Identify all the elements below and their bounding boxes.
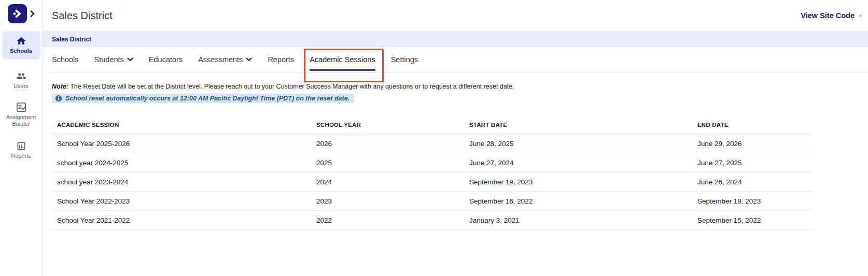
cell-school-year: 2024 — [311, 172, 464, 192]
annotation-box-red — [304, 49, 384, 82]
tab-settings[interactable]: Settings — [391, 47, 418, 72]
breadcrumb: Sales District — [43, 31, 868, 47]
tab-reports[interactable]: Reports — [268, 47, 294, 72]
active-tab-underline — [310, 69, 375, 71]
cell-start-date: September 16, 2022 — [464, 192, 692, 211]
table-row[interactable]: School Year 2021-2022 2022 January 3, 20… — [52, 211, 811, 230]
users-icon — [16, 71, 27, 81]
chevron-down-icon — [127, 57, 133, 62]
cell-end-date: September 15, 2022 — [692, 211, 811, 230]
column-header-start-date[interactable]: START DATE — [464, 118, 692, 134]
topbar: Sales District View Site Code — [43, 0, 868, 31]
cell-end-date: June 29, 2026 — [692, 134, 811, 153]
topbar-right: View Site Code — [801, 11, 862, 20]
breadcrumb-item-sales-district[interactable]: Sales District — [52, 36, 91, 43]
tab-label: Assessments — [198, 55, 243, 64]
bar-chart-icon — [16, 141, 26, 151]
info-icon — [55, 95, 62, 102]
cell-start-date: September 19, 2023 — [464, 172, 692, 192]
chevron-right-icon — [30, 10, 35, 17]
cell-school-year: 2023 — [311, 192, 464, 211]
sidebar-item-schools[interactable]: Schools — [2, 31, 40, 60]
info-banner: School reset automatically occurs at 12:… — [52, 94, 354, 103]
sidebar-item-label: Reports — [11, 153, 31, 159]
cell-start-date: June 28, 2025 — [464, 134, 692, 153]
cell-academic-session: School Year 2021-2022 — [52, 211, 311, 230]
note-body: The Reset Date will be set at the Distri… — [68, 83, 514, 90]
tab-assessments[interactable]: Assessments — [198, 47, 252, 72]
table-row[interactable]: school year 2023-2024 2024 September 19,… — [52, 172, 811, 192]
view-site-code-button[interactable]: View Site Code — [801, 11, 855, 20]
tab-educators[interactable]: Educators — [149, 47, 183, 72]
main-panel: Sales District View Site Code Sales Dist… — [43, 0, 868, 276]
tab-label: Reports — [268, 55, 294, 64]
cell-end-date: September 18, 2023 — [692, 192, 811, 211]
home-icon — [16, 36, 26, 46]
cell-school-year: 2025 — [311, 153, 464, 172]
app-logo[interactable] — [8, 4, 27, 23]
tab-label: Settings — [391, 55, 418, 64]
note-text: Note: The Reset Date will be set at the … — [52, 83, 868, 90]
cell-academic-session: school year 2023-2024 — [52, 172, 311, 192]
cell-academic-session: School Year 2025-2026 — [52, 134, 311, 153]
tab-label: Schools — [52, 55, 79, 64]
dot-chevron-logo-icon — [11, 7, 24, 20]
note-prefix: Note: — [52, 83, 68, 90]
cell-start-date: June 27, 2024 — [464, 153, 692, 172]
truncated-element-dot — [859, 14, 862, 17]
sidebar-item-label: Schools — [10, 48, 32, 54]
tabs-row: Schools Students Educators Assessments R… — [43, 47, 868, 72]
table-row[interactable]: school year 2024-2025 2025 June 27, 2024… — [52, 153, 811, 172]
tab-label: Academic Sessions — [310, 55, 375, 64]
tab-label: Educators — [149, 55, 183, 64]
tab-schools[interactable]: Schools — [52, 47, 79, 72]
academic-sessions-table: ACADEMIC SESSION SCHOOL YEAR START DATE … — [52, 118, 811, 230]
sidebar-item-label: Assignment Builder — [2, 114, 40, 127]
cell-school-year: 2022 — [311, 211, 464, 230]
sidebar-expand-toggle[interactable] — [30, 10, 35, 17]
tab-students[interactable]: Students — [94, 47, 133, 72]
column-header-end-date[interactable]: END DATE — [692, 118, 811, 134]
sidebar-item-label: Users — [13, 83, 29, 90]
tab-label: Students — [94, 55, 124, 64]
cell-end-date: June 26, 2024 — [692, 172, 811, 192]
info-banner-text: School reset automatically occurs at 12:… — [65, 95, 349, 102]
tab-academic-sessions[interactable]: Academic Sessions — [310, 47, 375, 72]
cell-academic-session: School Year 2022-2023 — [52, 192, 311, 211]
page-title: Sales District — [52, 10, 113, 22]
column-header-school-year[interactable]: SCHOOL YEAR — [311, 118, 464, 134]
logo-row — [0, 0, 42, 26]
cell-school-year: 2026 — [311, 134, 464, 153]
cell-academic-session: school year 2024-2025 — [52, 153, 311, 172]
app-window: Schools Users Assignment Builder Reports — [0, 0, 868, 276]
sidebar-item-users[interactable]: Users — [2, 71, 40, 90]
sidebar: Schools Users Assignment Builder Reports — [0, 0, 43, 276]
table-header-row: ACADEMIC SESSION SCHOOL YEAR START DATE … — [52, 118, 811, 134]
sidebar-item-assignment-builder[interactable]: Assignment Builder — [2, 102, 40, 127]
cell-end-date: June 27, 2025 — [692, 153, 811, 172]
assignment-builder-icon — [16, 102, 26, 112]
column-header-academic-session[interactable]: ACADEMIC SESSION — [52, 118, 311, 134]
table-row[interactable]: School Year 2022-2023 2023 September 16,… — [52, 192, 811, 211]
cell-start-date: January 3, 2021 — [464, 211, 692, 230]
tabs-divider — [52, 72, 868, 72]
table-row[interactable]: School Year 2025-2026 2026 June 28, 2025… — [52, 134, 811, 153]
chevron-down-icon — [246, 57, 252, 62]
sidebar-item-reports[interactable]: Reports — [2, 141, 40, 159]
